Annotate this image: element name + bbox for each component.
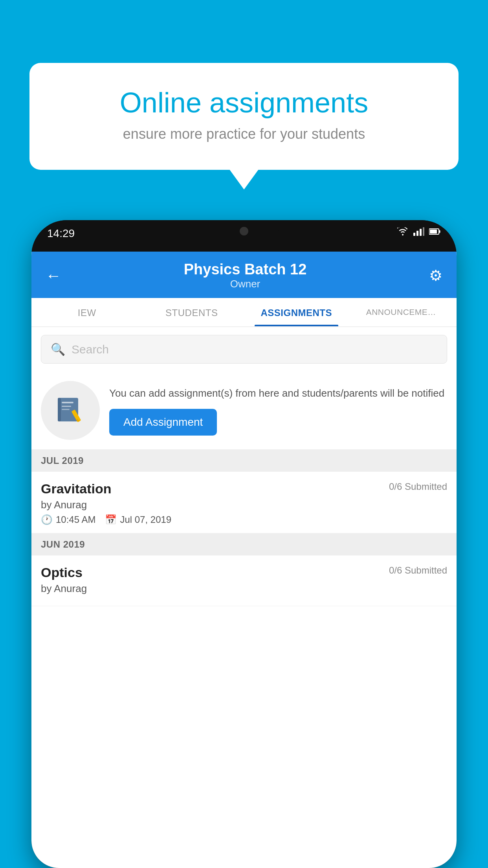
phone-screen: ← Physics Batch 12 Owner ⚙ IEW STUDENTS …: [31, 252, 457, 868]
header-subtitle: Owner: [184, 278, 307, 290]
tab-assignments[interactable]: ASSIGNMENTS: [244, 298, 349, 326]
app-header: ← Physics Batch 12 Owner ⚙: [31, 252, 457, 298]
calendar-icon: 📅: [105, 514, 117, 525]
wifi-icon: [397, 227, 409, 236]
add-assignment-promo: You can add assignment(s) from here and …: [31, 371, 457, 450]
assignment-item-gravitation[interactable]: Gravitation 0/6 Submitted by Anurag 🕐 10…: [31, 472, 457, 533]
search-icon: 🔍: [51, 342, 65, 356]
assignment-by-optics: by Anurag: [41, 583, 447, 595]
svg-rect-10: [62, 406, 71, 407]
search-placeholder: Search: [72, 343, 109, 356]
settings-icon[interactable]: ⚙: [429, 267, 442, 284]
assignment-meta: 🕐 10:45 AM 📅 Jul 07, 2019: [41, 514, 447, 525]
section-header-jul: JUL 2019: [31, 450, 457, 472]
speech-bubble-card: Online assignments ensure more practice …: [29, 63, 459, 170]
status-icons: [397, 227, 441, 236]
assignment-time: 10:45 AM: [56, 514, 95, 525]
signal-icon: [413, 227, 424, 236]
notch-cutout: [209, 220, 279, 242]
promo-icon-circle: [41, 381, 100, 440]
search-bar[interactable]: 🔍 Search: [41, 335, 447, 364]
svg-rect-8: [58, 398, 61, 421]
screen-content: 🔍 Search: [31, 327, 457, 868]
tab-bar: IEW STUDENTS ASSIGNMENTS ANNOUNCEME…: [31, 298, 457, 327]
tab-students[interactable]: STUDENTS: [139, 298, 244, 326]
assignment-date: Jul 07, 2019: [120, 514, 171, 525]
back-button[interactable]: ←: [46, 267, 61, 285]
assignment-submitted-optics: 0/6 Submitted: [389, 565, 447, 576]
notebook-icon: [55, 395, 86, 426]
assignment-submitted: 0/6 Submitted: [389, 481, 447, 492]
status-time: 14:29: [47, 227, 75, 240]
clock-icon: 🕐: [41, 514, 53, 525]
assignment-item-optics[interactable]: Optics 0/6 Submitted by Anurag: [31, 555, 457, 606]
phone-notch: 14:29: [31, 220, 457, 252]
svg-rect-6: [430, 230, 437, 234]
assignment-row1: Gravitation 0/6 Submitted: [41, 481, 447, 497]
assignment-name: Gravitation: [41, 481, 111, 497]
promo-content: You can add assignment(s) from here and …: [109, 386, 447, 436]
battery-icon: [429, 228, 441, 235]
camera-dot: [240, 227, 248, 235]
svg-rect-1: [416, 231, 418, 236]
header-title: Physics Batch 12: [184, 261, 307, 278]
meta-time: 🕐 10:45 AM: [41, 514, 95, 525]
meta-date: 📅 Jul 07, 2019: [105, 514, 171, 525]
add-assignment-button[interactable]: Add Assignment: [109, 409, 217, 436]
tab-announcements[interactable]: ANNOUNCEME…: [349, 298, 454, 326]
speech-bubble-subtitle: ensure more practice for your students: [57, 126, 431, 142]
svg-rect-5: [439, 230, 440, 233]
svg-rect-3: [423, 227, 424, 236]
assignment-row1-optics: Optics 0/6 Submitted: [41, 565, 447, 580]
assignment-name-optics: Optics: [41, 565, 83, 580]
header-center: Physics Batch 12 Owner: [184, 261, 307, 290]
phone-shell: 14:29 ←: [31, 220, 457, 868]
svg-rect-0: [413, 233, 415, 236]
svg-rect-11: [62, 409, 70, 410]
svg-rect-9: [62, 402, 73, 403]
assignment-by: by Anurag: [41, 499, 447, 511]
svg-rect-2: [420, 229, 422, 236]
speech-bubble-title: Online assignments: [57, 86, 431, 119]
section-header-jun: JUN 2019: [31, 533, 457, 555]
tab-iew[interactable]: IEW: [35, 298, 139, 326]
promo-text: You can add assignment(s) from here and …: [109, 386, 447, 401]
search-bar-container: 🔍 Search: [31, 327, 457, 371]
